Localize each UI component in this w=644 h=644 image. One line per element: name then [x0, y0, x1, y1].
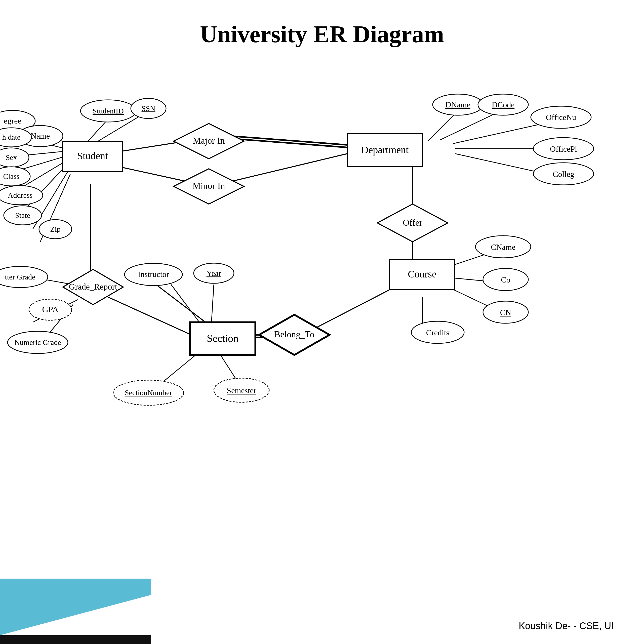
bottom-bar: Koushik De- - CSE, UI	[0, 574, 644, 644]
offer-label: Offer	[403, 218, 422, 228]
numeric-grade-label: Numeric Grade	[14, 338, 61, 346]
state-label: State	[15, 211, 30, 219]
svg-line-14	[211, 285, 214, 325]
svg-line-12	[156, 285, 209, 325]
officenum-label: OfficeNu	[546, 113, 576, 122]
grade-report-label: Grade_Report	[69, 282, 117, 291]
bottom-diagonal	[0, 595, 151, 635]
svg-line-30	[428, 111, 458, 141]
svg-line-34	[455, 154, 546, 174]
svg-line-13	[171, 285, 201, 325]
co-label: Co	[501, 275, 510, 284]
degree-label: egree	[4, 116, 21, 125]
credits-label: Credits	[426, 328, 449, 337]
cname-label: CName	[491, 243, 515, 252]
name-label: Name	[31, 131, 50, 140]
ssn-label: SSN	[141, 104, 155, 112]
bottom-left-black	[0, 635, 151, 644]
department-label: Department	[361, 144, 409, 155]
address-label: Address	[8, 191, 32, 199]
instructor-label: Instructor	[138, 270, 169, 279]
minor-in-label: Minor In	[193, 181, 225, 191]
semester-label: Semester	[227, 386, 256, 395]
course-label: Course	[408, 268, 436, 280]
svg-line-4	[231, 154, 347, 181]
svg-line-32	[453, 124, 543, 144]
svg-line-8	[108, 297, 191, 335]
sex-label: Sex	[6, 153, 17, 162]
belong-to-label: Belong_To	[274, 329, 314, 339]
page-title: University ER Diagram	[0, 0, 644, 58]
year-label: Year	[207, 269, 221, 278]
section-number-label: SectionNumber	[125, 388, 172, 397]
college-label: Colleg	[553, 170, 574, 179]
studentid-label: StudentID	[93, 107, 124, 115]
student-label: Student	[77, 150, 108, 162]
gpa-label: GPA	[42, 305, 59, 314]
dname-label: DName	[445, 100, 470, 109]
footer-credit: Koushik De- - CSE, UI	[519, 621, 614, 631]
svg-line-31	[440, 111, 501, 140]
svg-line-11	[317, 290, 390, 327]
er-diagram: Student Department Major In Minor In Off…	[0, 58, 644, 536]
birth-date-label: h date	[2, 133, 20, 141]
dcode-label: DCode	[492, 100, 515, 109]
cn-label: CN	[500, 308, 511, 317]
letter-grade-label: tter Grade	[5, 273, 35, 281]
section-label: Section	[207, 333, 238, 344]
class-label: Class	[3, 172, 19, 180]
major-in-label: Major In	[193, 136, 225, 146]
officeph-label: OfficePl	[550, 144, 577, 153]
zip-label: Zip	[50, 225, 61, 233]
